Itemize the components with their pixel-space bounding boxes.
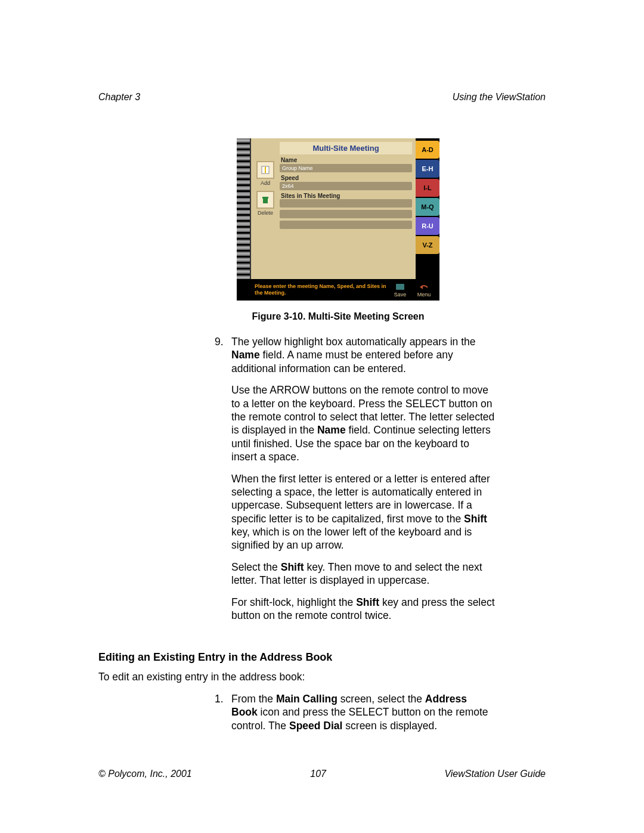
svg-rect-2 — [263, 198, 268, 203]
save-button: Save — [388, 283, 412, 298]
speed-label: Speed — [281, 175, 412, 181]
add-label: Add — [261, 180, 270, 186]
sites-label: Sites in This Meeting — [281, 193, 412, 199]
guide-name: ViewStation User Guide — [444, 769, 546, 779]
page-header: Chapter 3 Using the ViewStation — [98, 92, 546, 103]
name-label: Name — [281, 157, 412, 163]
chapter-label: Chapter 3 — [98, 92, 140, 103]
paragraph: When the first letter is entered or a le… — [231, 472, 495, 552]
page-number: 107 — [310, 769, 326, 779]
paragraph: Select the Shift key. Then move to and s… — [231, 561, 495, 587]
paragraph: Use the ARROW buttons on the remote cont… — [231, 383, 495, 463]
figure-screenshot: Add Delete Multi-Site Meeting Name Group… — [237, 138, 439, 322]
section-label: Using the ViewStation — [453, 92, 546, 103]
index-tab: R-U — [416, 217, 439, 235]
prompt-text: Please enter the meeting Name, Speed, an… — [240, 283, 388, 296]
page-footer: © Polycom, Inc., 2001 107 ViewStation Us… — [98, 769, 546, 779]
step-9: 9. The yellow highlight box automaticall… — [215, 335, 495, 622]
index-tab: V-Z — [416, 236, 439, 254]
speed-field: 2x64 — [280, 182, 412, 190]
index-tab: M-Q — [416, 198, 439, 216]
intro-paragraph: To edit an existing entry in the address… — [98, 670, 495, 683]
copyright: © Polycom, Inc., 2001 — [98, 769, 192, 779]
step-number: 1. — [215, 692, 231, 732]
step-number: 9. — [215, 335, 231, 622]
screen-title: Multi-Site Meeting — [280, 142, 412, 154]
edit-step-1: 1. From the Main Calling screen, select … — [215, 692, 495, 732]
add-icon — [256, 161, 274, 179]
index-tab: I-L — [416, 179, 439, 197]
paragraph: From the Main Calling screen, select the… — [231, 692, 495, 732]
name-field: Group Name — [280, 164, 412, 172]
delete-label: Delete — [258, 210, 273, 216]
svg-rect-4 — [396, 284, 404, 290]
figure-caption: Figure 3-10. Multi-Site Meeting Screen — [237, 311, 439, 322]
site-row — [280, 221, 412, 229]
index-tab: A-D — [416, 141, 439, 159]
menu-button: Menu — [412, 283, 436, 298]
site-row — [280, 210, 412, 218]
paragraph: For shift-lock, highlight the Shift key … — [231, 596, 495, 623]
site-row — [280, 199, 412, 208]
section-heading: Editing an Existing Entry in the Address… — [98, 651, 495, 664]
spiral-binding — [237, 138, 251, 279]
delete-icon — [256, 191, 274, 209]
index-tab: E-H — [416, 160, 439, 178]
paragraph: The yellow highlight box automatically a… — [231, 335, 495, 375]
svg-rect-3 — [262, 197, 268, 199]
